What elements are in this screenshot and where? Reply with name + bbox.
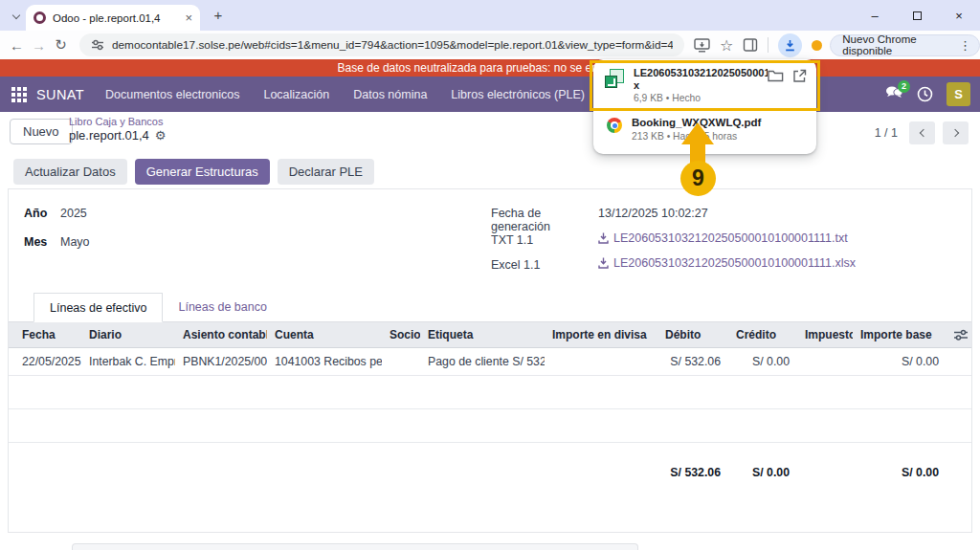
bookmark-star-icon[interactable]: ☆	[720, 36, 733, 55]
activities-clock-icon[interactable]	[917, 86, 933, 102]
cell-cuenta: 1041003 Recibos pendi...	[267, 348, 382, 376]
notebook-tabs: Líneas de efectivo Líneas de banco	[9, 293, 971, 322]
download-item-xlsx[interactable]: LE2060531032120250500010 x 6,9 KB • Hech…	[593, 61, 816, 109]
navbar-right: 2 S	[885, 77, 970, 112]
download-meta: 6,9 KB • Hecho	[634, 93, 768, 103]
control-panel: Nuevo Libro Caja y Bancos ple.report.01,…	[0, 112, 980, 155]
table-header-row: Fecha Diario Asiento contable Cuenta Soc…	[9, 322, 971, 348]
declare-ple-button[interactable]: Declarar PLE	[278, 159, 374, 185]
excel-download-link[interactable]: LE2060531032120250500010100001111.xlsx	[598, 256, 856, 270]
cell-socio	[382, 348, 420, 376]
cell-etiqueta: Pago de cliente S/ 532....	[420, 348, 545, 376]
chrome-update-label: Nuevo Chrome disponible	[842, 33, 952, 56]
gear-icon[interactable]: ⚙	[155, 128, 167, 143]
window-controls: – ×	[854, 0, 980, 31]
table-row[interactable]: 22/05/2025 Interbak C. Empresa PBNK1/202…	[9, 348, 971, 376]
breadcrumb-parent[interactable]: Libro Caja y Bancos	[69, 116, 167, 127]
side-panel-icon[interactable]	[743, 37, 758, 53]
generate-structures-button[interactable]: Generar Estructuras	[135, 159, 270, 185]
txt-label: TXT 1.1	[491, 233, 598, 247]
menu-documentos-electronicos[interactable]: Documentos electronicos	[105, 88, 239, 101]
close-window-button[interactable]: ×	[938, 0, 980, 31]
menu-localizacion[interactable]: Localización	[263, 88, 329, 101]
form-fields: Año 2025 Mes Mayo Fecha de generación 13…	[9, 189, 971, 281]
pager-previous-button[interactable]	[909, 121, 935, 144]
app-brand[interactable]: SUNAT	[36, 87, 84, 102]
col-impuesto[interactable]: Impuesto	[797, 322, 853, 348]
record-pager: 1 / 1	[875, 121, 969, 144]
tab-search-chevron-icon[interactable]	[8, 8, 25, 25]
back-button[interactable]: ←	[6, 37, 28, 54]
totals-row: S/ 532.06 S/ 0.00 S/ 0.00	[9, 443, 971, 487]
cell-impuesto	[797, 348, 853, 376]
chrome-update-button[interactable]: Nuevo Chrome disponible ⋮	[830, 34, 980, 56]
new-record-button[interactable]: Nuevo	[10, 119, 73, 144]
cell-fecha: 22/05/2025	[9, 348, 81, 376]
tab-title: Odoo - ple.report.01,4	[53, 12, 179, 24]
open-file-icon[interactable]	[792, 69, 807, 83]
month-label: Mes	[24, 235, 60, 249]
year-field[interactable]: 2025	[60, 207, 87, 220]
pager-next-button[interactable]	[943, 121, 969, 144]
annotation-step-badge: 9	[680, 161, 716, 196]
toolbar-separator	[768, 37, 768, 53]
browser-menu-icon[interactable]: ⋮	[959, 38, 971, 53]
send-to-device-icon[interactable]	[694, 38, 710, 53]
maximize-icon	[913, 11, 922, 20]
address-bar[interactable]: democontable17.solse.pe/web#cids=1&menu_…	[79, 33, 684, 56]
col-debito[interactable]: Débito	[657, 322, 728, 348]
cell-importe-divisa	[545, 348, 657, 376]
cell-credito: S/ 0.00	[728, 348, 797, 376]
browser-tab[interactable]: Odoo - ple.report.01,4 ×	[26, 5, 200, 31]
col-cuenta[interactable]: Cuenta	[267, 322, 382, 348]
download-file-icon	[598, 232, 609, 244]
month-field[interactable]: Mayo	[60, 235, 90, 249]
record-name: ple.report.01,4	[69, 128, 149, 143]
col-asiento[interactable]: Asiento contable	[175, 322, 267, 348]
extension-icon[interactable]	[812, 40, 822, 51]
browser-titlebar: Odoo - ple.report.01,4 × + – ×	[0, 0, 980, 31]
cell-debito: S/ 532.06	[657, 348, 728, 376]
txt-download-link[interactable]: LE2060531032120250500010100001111.txt	[598, 231, 848, 245]
maximize-button[interactable]	[896, 0, 938, 31]
cell-asiento-link[interactable]: PBNK1/2025/00016	[175, 348, 267, 376]
col-importe-base[interactable]: Importe base	[853, 322, 947, 348]
col-diario[interactable]: Diario	[81, 322, 175, 348]
downloads-button[interactable]	[778, 33, 802, 57]
new-tab-button[interactable]: +	[209, 7, 228, 23]
chrome-file-icon	[607, 118, 622, 133]
empty-row	[9, 376, 971, 409]
site-settings-icon[interactable]	[91, 38, 104, 52]
col-fecha[interactable]: Fecha	[9, 322, 81, 348]
forward-button[interactable]: →	[28, 37, 50, 54]
minimize-button[interactable]: –	[854, 0, 896, 31]
user-avatar[interactable]: S	[947, 82, 970, 106]
bottom-panel-edge	[72, 543, 638, 550]
tab-bank-lines[interactable]: Líneas de banco	[163, 293, 281, 321]
col-credito[interactable]: Crédito	[728, 322, 797, 348]
messages-button[interactable]: 2	[885, 85, 903, 103]
show-in-folder-icon[interactable]	[768, 69, 784, 82]
download-file-icon	[598, 257, 609, 269]
tab-cash-lines[interactable]: Líneas de efectivo	[33, 293, 163, 322]
pager-count: 1 / 1	[875, 126, 898, 140]
col-socio[interactable]: Socio	[382, 322, 420, 348]
neutralized-db-banner: Base de datos neutralizada para pruebas:…	[0, 59, 980, 77]
download-filename-line1: LE2060531032120250500010	[634, 67, 768, 79]
generation-date-label: Fecha de generación	[491, 207, 598, 233]
tab-close-icon[interactable]: ×	[185, 11, 192, 25]
col-options[interactable]	[947, 322, 971, 348]
download-filename-line2: x	[634, 79, 768, 92]
apps-menu-icon[interactable]	[11, 87, 27, 102]
odoo-favicon-icon	[33, 11, 46, 24]
menu-datos-nomina[interactable]: Datos nómina	[353, 88, 427, 101]
update-data-button[interactable]: Actualizar Datos	[13, 159, 127, 185]
url-text: democontable17.solse.pe/web#cids=1&menu_…	[112, 38, 673, 52]
reload-button[interactable]: ↻	[50, 36, 72, 54]
empty-row	[9, 409, 971, 443]
status-button-bar: Actualizar Datos Generar Estructuras Dec…	[0, 155, 980, 188]
menu-libros-ple[interactable]: Libros electrónicos (PLE)	[451, 88, 585, 101]
cash-lines-table: Fecha Diario Asiento contable Cuenta Soc…	[9, 322, 971, 486]
col-etiqueta[interactable]: Etiqueta	[420, 322, 545, 348]
col-importe-divisa[interactable]: Importe en divisa	[545, 322, 657, 348]
